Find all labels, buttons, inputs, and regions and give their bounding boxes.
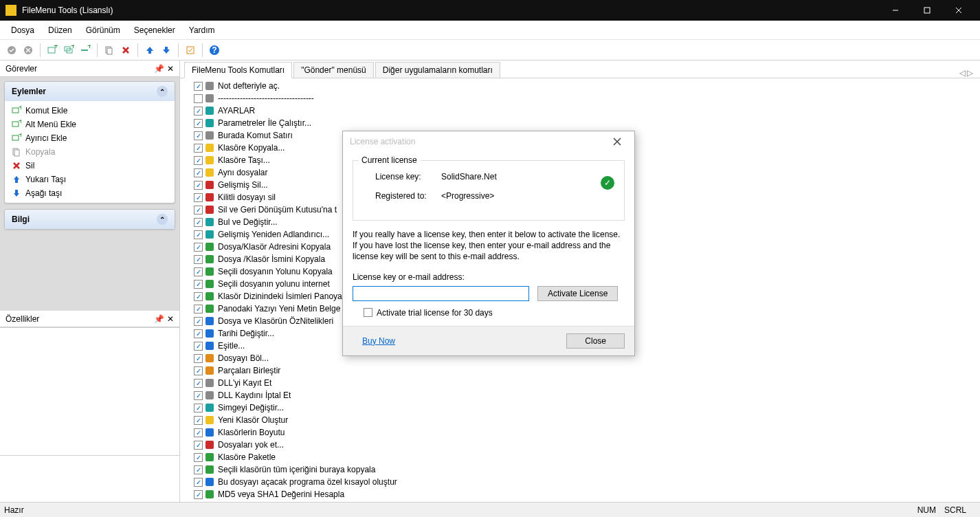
menu-duzen[interactable]: Düzen: [41, 23, 79, 38]
tab-scroll-left-icon[interactable]: ◁: [959, 68, 966, 78]
row-icon: [204, 93, 215, 104]
close-panel-icon[interactable]: ✕: [167, 314, 174, 324]
row-label: Gelişmiş Yeniden Adlandırıcı...: [216, 230, 329, 239]
menu-gorunum[interactable]: Görünüm: [79, 23, 127, 38]
row-checkbox[interactable]: ✓: [194, 478, 203, 487]
activate-button[interactable]: Activate License: [537, 286, 618, 301]
row-checkbox[interactable]: ✓: [194, 107, 203, 116]
move-down-icon[interactable]: [159, 43, 174, 58]
row-checkbox[interactable]: ✓: [194, 305, 203, 314]
task-item[interactable]: Sil: [9, 159, 170, 173]
row-checkbox[interactable]: ✓: [194, 82, 203, 91]
tree-row[interactable]: ✓Not defteriyle aç.: [183, 80, 977, 92]
add-submenu-icon[interactable]: +: [61, 43, 76, 58]
maximize-button[interactable]: [911, 0, 943, 21]
close-button[interactable]: Close: [566, 333, 625, 349]
add-command-icon[interactable]: +: [45, 43, 60, 58]
copy-icon[interactable]: [102, 43, 117, 58]
tree-row[interactable]: -----------------------------------: [183, 92, 977, 104]
row-checkbox[interactable]: ✓: [194, 416, 203, 425]
row-checkbox[interactable]: ✓: [194, 168, 203, 177]
tree-row[interactable]: ✓Simgeyi Değiştir...: [183, 402, 977, 414]
tree-row[interactable]: ✓DLL Kaydını İptal Et: [183, 389, 977, 402]
task-label: Alt Menü Ekle: [25, 120, 76, 129]
options-icon[interactable]: [183, 43, 198, 58]
menu-dosya[interactable]: Dosya: [4, 23, 41, 38]
tab-sendto[interactable]: "Gönder" menüsü: [293, 62, 374, 78]
row-checkbox[interactable]: ✓: [194, 255, 203, 264]
row-checkbox[interactable]: ✓: [194, 428, 203, 437]
row-label: Panodaki Yazıyı Yeni Metin Belge: [216, 304, 340, 314]
menu-yardim[interactable]: Yardım: [182, 23, 222, 38]
task-item[interactable]: Aşağı taşı: [9, 186, 170, 200]
tree-row[interactable]: ✓Dosyaları yok et...: [183, 439, 977, 451]
menu-secenekler[interactable]: Seçenekler: [127, 23, 182, 38]
row-checkbox[interactable]: ✓: [194, 181, 203, 190]
task-item[interactable]: +Alt Menü Ekle: [9, 118, 170, 131]
tree-row[interactable]: ✓Parametreler İle Çalıştır...: [183, 117, 977, 129]
license-input[interactable]: [353, 286, 529, 301]
close-panel-icon[interactable]: ✕: [167, 64, 174, 74]
row-checkbox[interactable]: [194, 94, 203, 103]
tree-row[interactable]: ✓DLL'yi Kayıt Et: [183, 377, 977, 389]
row-checkbox[interactable]: ✓: [194, 156, 203, 165]
tree-row[interactable]: ✓Yeni Klasör Oluştur: [183, 414, 977, 426]
tab-other-apps[interactable]: Diğer uygulamaların komutları: [375, 62, 500, 78]
task-item[interactable]: +Komut Ekle: [9, 104, 170, 118]
row-checkbox[interactable]: ✓: [194, 465, 203, 474]
minimize-button[interactable]: [880, 0, 911, 21]
svg-rect-37: [205, 218, 214, 226]
tab-scroll-right-icon[interactable]: ▷: [967, 68, 973, 78]
row-checkbox[interactable]: ✓: [194, 342, 203, 351]
row-checkbox[interactable]: ✓: [194, 280, 203, 289]
delete-icon[interactable]: [118, 43, 133, 58]
row-checkbox[interactable]: ✓: [194, 329, 203, 338]
cancel-icon[interactable]: [21, 43, 36, 58]
row-label: Dosyaları yok et...: [216, 440, 284, 450]
pin-icon[interactable]: 📌: [154, 314, 164, 324]
row-checkbox[interactable]: ✓: [194, 230, 203, 239]
task-icon: [12, 161, 21, 170]
row-checkbox[interactable]: ✓: [194, 404, 203, 412]
tab-commands[interactable]: FileMenu Tools Komutları: [184, 62, 292, 78]
row-checkbox[interactable]: ✓: [194, 119, 203, 128]
info-group-header[interactable]: Bilgi ⌃: [5, 210, 175, 229]
move-up-icon[interactable]: [142, 43, 157, 58]
tree-row[interactable]: ✓Parçaları Birleştir: [183, 364, 977, 377]
tree-row[interactable]: ✓Bu dosyayı açacak programa özel kısayol…: [183, 476, 977, 488]
row-checkbox[interactable]: ✓: [194, 453, 203, 462]
close-window-button[interactable]: [943, 0, 975, 21]
tree-row[interactable]: ✓MD5 veya SHA1 Değerini Hesapla: [183, 488, 977, 500]
row-checkbox[interactable]: ✓: [194, 366, 203, 375]
task-item[interactable]: +Ayırıcı Ekle: [9, 131, 170, 145]
dialog-close-icon[interactable]: [607, 131, 627, 152]
row-checkbox[interactable]: ✓: [194, 206, 203, 214]
actions-group-header[interactable]: Eylemler ⌃: [5, 82, 175, 101]
help-icon[interactable]: ?: [207, 43, 222, 58]
add-separator-icon[interactable]: +: [78, 43, 93, 58]
apply-icon[interactable]: [4, 43, 19, 58]
row-checkbox[interactable]: ✓: [194, 218, 203, 227]
row-checkbox[interactable]: ✓: [194, 193, 203, 202]
row-checkbox[interactable]: ✓: [194, 391, 203, 400]
row-checkbox[interactable]: ✓: [194, 317, 203, 326]
tree-row[interactable]: ✓Seçili klasörün tüm içeriğini buraya ko…: [183, 463, 977, 476]
svg-rect-47: [205, 342, 214, 350]
row-checkbox[interactable]: ✓: [194, 354, 203, 363]
row-checkbox[interactable]: ✓: [194, 144, 203, 153]
row-checkbox[interactable]: ✓: [194, 131, 203, 140]
task-item[interactable]: Yukarı Taşı: [9, 173, 170, 186]
tree-row[interactable]: ✓AYARLAR: [183, 104, 977, 117]
row-checkbox[interactable]: ✓: [194, 441, 203, 450]
row-checkbox[interactable]: ✓: [194, 490, 203, 499]
license-key-label: License key:: [375, 172, 441, 182]
trial-checkbox[interactable]: [364, 308, 372, 317]
row-checkbox[interactable]: ✓: [194, 379, 203, 388]
row-checkbox[interactable]: ✓: [194, 292, 203, 301]
buy-now-link[interactable]: Buy Now: [353, 336, 395, 346]
pin-icon[interactable]: 📌: [154, 64, 164, 74]
row-checkbox[interactable]: ✓: [194, 267, 203, 276]
tree-row[interactable]: ✓Klasörlerin Boyutu: [183, 426, 977, 439]
tree-row[interactable]: ✓Klasöre Paketle: [183, 451, 977, 463]
row-checkbox[interactable]: ✓: [194, 243, 203, 252]
